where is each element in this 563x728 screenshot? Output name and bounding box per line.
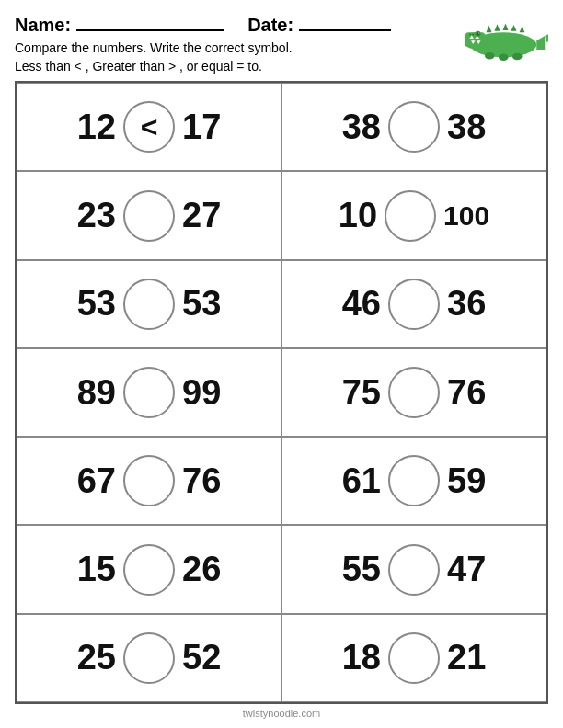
num-1r-b: 38 <box>447 108 486 147</box>
date-label: Date: <box>247 15 293 36</box>
svg-point-18 <box>485 52 495 60</box>
svg-marker-16 <box>511 25 517 31</box>
svg-rect-5 <box>465 40 485 46</box>
num-6l-a: 15 <box>77 550 116 589</box>
circle-1l[interactable]: < <box>123 101 175 153</box>
num-1l-b: 17 <box>182 108 221 147</box>
cell-7-left: 25 52 <box>17 614 282 702</box>
date-field[interactable] <box>299 13 391 31</box>
cell-1-right: 38 38 <box>282 83 546 171</box>
cell-2-left: 23 27 <box>17 171 282 259</box>
cell-5-right: 61 59 <box>282 437 546 525</box>
circle-3l[interactable] <box>123 279 175 330</box>
circle-3r[interactable] <box>388 279 440 330</box>
circle-7l[interactable] <box>123 632 175 684</box>
num-3r-b: 36 <box>447 284 486 324</box>
instructions-line1: Compare the numbers. Write the correct s… <box>15 40 391 58</box>
svg-marker-2 <box>545 31 548 43</box>
num-4l-b: 99 <box>182 373 221 413</box>
cell-7-right: 18 21 <box>282 614 546 702</box>
num-4r-b: 76 <box>447 373 486 413</box>
num-2l-a: 23 <box>77 196 116 235</box>
circle-2l[interactable] <box>123 190 175 242</box>
num-5r-a: 61 <box>342 461 381 501</box>
num-2r-a: 10 <box>339 196 377 235</box>
circle-5l[interactable] <box>123 455 175 506</box>
circle-1r[interactable] <box>388 101 440 153</box>
num-4r-a: 75 <box>342 373 381 413</box>
num-6l-b: 26 <box>182 550 221 589</box>
cell-4-right: 75 76 <box>282 348 546 437</box>
cell-2-right: 10 100 <box>282 171 546 259</box>
num-6r-b: 47 <box>447 550 486 589</box>
num-3l-a: 53 <box>77 284 116 324</box>
circle-4r[interactable] <box>388 367 440 418</box>
num-5l-a: 67 <box>77 461 116 501</box>
circle-2r[interactable] <box>385 190 436 242</box>
cell-4-left: 89 99 <box>17 348 282 437</box>
name-field[interactable] <box>76 13 224 31</box>
alligator-icon <box>465 4 548 68</box>
svg-point-12 <box>478 32 479 33</box>
svg-point-22 <box>472 33 474 35</box>
num-3l-b: 53 <box>182 284 221 324</box>
svg-marker-17 <box>520 27 525 32</box>
cell-5-left: 67 76 <box>17 437 282 525</box>
num-1r-a: 38 <box>342 108 381 147</box>
name-label: Name: <box>15 15 71 36</box>
comparison-grid: 12 < 17 38 38 23 27 10 100 53 53 <box>15 81 548 704</box>
num-4l-a: 89 <box>77 373 116 413</box>
num-7l-b: 52 <box>182 638 221 677</box>
svg-point-21 <box>469 33 471 35</box>
cell-3-left: 53 53 <box>17 260 282 348</box>
num-1l-a: 12 <box>77 108 116 147</box>
svg-marker-13 <box>487 26 492 33</box>
num-5l-b: 76 <box>182 461 221 501</box>
circle-5r[interactable] <box>388 455 440 506</box>
footer-url: twistynoodle.com <box>15 704 548 721</box>
cell-1-left: 12 < 17 <box>17 83 282 171</box>
num-7l-a: 25 <box>77 638 116 677</box>
svg-marker-15 <box>503 24 509 31</box>
svg-marker-1 <box>536 36 545 50</box>
circle-4l[interactable] <box>123 367 175 418</box>
circle-7r[interactable] <box>388 632 440 684</box>
circle-6r[interactable] <box>388 544 440 596</box>
num-2r-b: 100 <box>443 200 489 232</box>
num-5r-b: 59 <box>447 461 486 501</box>
svg-marker-14 <box>495 24 500 31</box>
num-7r-a: 18 <box>342 638 381 677</box>
svg-rect-4 <box>465 32 485 39</box>
cell-6-left: 15 26 <box>17 525 282 613</box>
circle-6l[interactable] <box>123 544 175 596</box>
instructions-line2: Less than < , Greater than > , or equal … <box>15 58 391 76</box>
svg-point-19 <box>499 54 509 62</box>
num-3r-a: 46 <box>342 284 381 324</box>
symbol-1l: < <box>141 110 158 144</box>
num-7r-b: 21 <box>447 638 486 677</box>
num-6r-a: 55 <box>342 550 381 589</box>
num-2l-b: 27 <box>182 196 221 235</box>
svg-point-20 <box>512 53 523 61</box>
cell-6-right: 55 47 <box>282 525 546 613</box>
cell-3-right: 46 36 <box>282 260 546 348</box>
